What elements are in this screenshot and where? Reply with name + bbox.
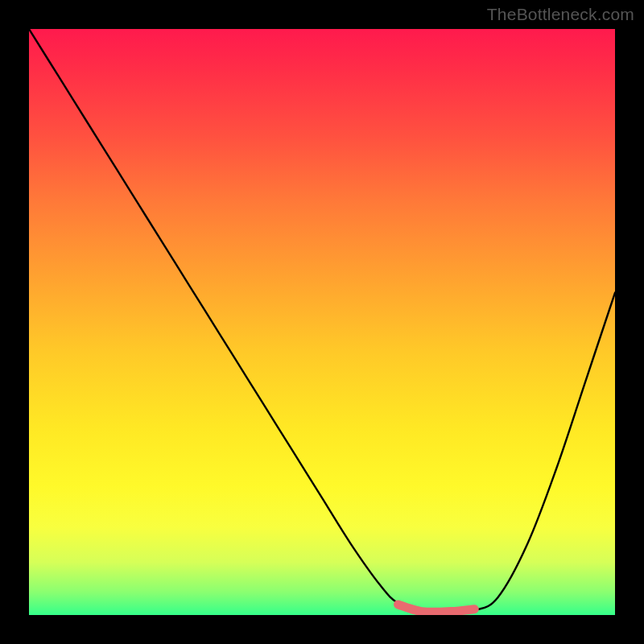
chart-frame: TheBottleneck.com [0,0,644,644]
bottleneck-curve-path [29,29,615,613]
bottleneck-chart [29,29,615,615]
optimal-range-path [398,605,475,613]
watermark-text: TheBottleneck.com [487,5,634,24]
plot-area [29,29,615,615]
